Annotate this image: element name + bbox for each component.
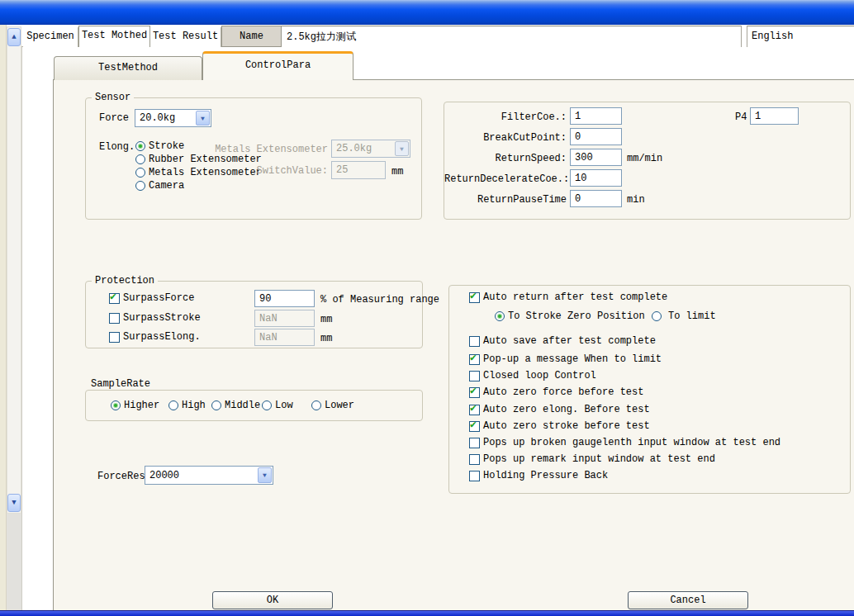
filter-coe-input[interactable] xyxy=(570,107,622,125)
tab-test-mothed-label: Test Mothed xyxy=(82,30,147,41)
radio-to-stroke-zero-control[interactable] xyxy=(495,311,505,321)
radio-stroke[interactable]: Stroke xyxy=(135,140,184,152)
auto-return-row[interactable]: ✔ Auto return after test complete xyxy=(469,291,667,303)
radio-to-stroke-zero[interactable]: To Stroke Zero Position xyxy=(495,310,645,322)
title-bar[interactable] xyxy=(0,0,854,25)
surpass-force-input[interactable] xyxy=(254,290,315,307)
radio-camera[interactable]: Camera xyxy=(135,180,184,192)
holding-pressure-checkbox[interactable] xyxy=(469,471,480,481)
radio-rubber-extensometer-label: Rubber Extensometer xyxy=(149,154,262,165)
radio-middle-control[interactable] xyxy=(211,400,221,410)
popup-remark-row[interactable]: Pops up remark input window at test end xyxy=(469,453,715,465)
popup-message-checkbox[interactable]: ✔ xyxy=(469,354,480,365)
auto-zero-elong-checkbox[interactable]: ✔ xyxy=(469,405,480,415)
radio-middle[interactable]: Middle xyxy=(211,400,260,411)
radio-camera-control[interactable] xyxy=(135,181,145,191)
radio-rubber-extensometer-control[interactable] xyxy=(135,154,145,164)
radio-camera-label: Camera xyxy=(149,180,184,192)
closed-loop-row[interactable]: Closed loop Control xyxy=(469,370,596,381)
params-panel: FilterCoe.: P4 BreakCutPoint: ReturnSpee… xyxy=(444,102,851,220)
radio-to-limit-control[interactable] xyxy=(652,311,662,321)
auto-save-label: Auto save after test complete xyxy=(483,335,656,347)
force-combobox[interactable]: 20.0kg ▼ xyxy=(135,109,211,127)
check-icon: ✔ xyxy=(470,352,477,364)
auto-zero-force-row[interactable]: ✔ Auto zero force before test xyxy=(469,386,643,398)
subtab-testmethod-label: TestMethod xyxy=(98,62,158,73)
radio-higher-control[interactable] xyxy=(111,400,121,410)
radio-metals-extensometer-control[interactable] xyxy=(135,168,145,178)
chevron-down-icon[interactable]: ▼ xyxy=(196,111,210,126)
surpass-force-row: ✔ SurpassForce xyxy=(109,292,194,304)
vertical-scrollbar[interactable]: ▲ ▼ xyxy=(7,26,21,514)
holding-pressure-row[interactable]: Holding Pressure Back xyxy=(469,470,608,481)
return-speed-input[interactable] xyxy=(570,149,622,166)
popup-remark-checkbox[interactable] xyxy=(469,454,480,465)
language-label[interactable]: English xyxy=(747,26,854,47)
auto-zero-force-checkbox[interactable]: ✔ xyxy=(469,387,480,398)
surpass-force-checkbox[interactable]: ✔ xyxy=(109,293,120,304)
tab-specimen[interactable]: Specimen xyxy=(23,27,78,47)
radio-stroke-control[interactable] xyxy=(135,141,145,151)
radio-low-control[interactable] xyxy=(262,400,272,410)
radio-middle-label: Middle xyxy=(225,400,260,411)
radio-to-limit[interactable]: To limit xyxy=(652,310,716,322)
return-pause-time-label: ReturnPauseTime xyxy=(444,194,567,206)
cancel-button[interactable]: Cancel xyxy=(628,591,748,609)
popup-message-row[interactable]: ✔ Pop-up a message When to limit xyxy=(469,353,662,365)
popup-gaugelenth-checkbox[interactable] xyxy=(469,438,480,448)
tab-test-mothed[interactable]: Test Mothed xyxy=(78,26,150,47)
auto-zero-stroke-label: Auto zero stroke before test xyxy=(483,420,650,432)
auto-return-label: Auto return after test complete xyxy=(483,291,667,303)
radio-to-limit-label: To limit xyxy=(668,310,716,322)
surpass-elong-checkbox[interactable] xyxy=(109,332,120,343)
popup-gaugelenth-label: Pops up broken gaugelenth input window a… xyxy=(483,437,780,448)
radio-higher[interactable]: Higher xyxy=(111,400,159,411)
radio-low[interactable]: Low xyxy=(262,400,293,411)
auto-return-checkbox[interactable]: ✔ xyxy=(469,292,480,303)
auto-save-checkbox[interactable] xyxy=(469,336,480,347)
tab-specimen-label: Specimen xyxy=(26,31,74,42)
radio-low-label: Low xyxy=(275,400,293,411)
surpass-elong-row: SurpassElong. xyxy=(109,331,201,343)
sensor-group-label: Sensor xyxy=(92,92,134,103)
force-reso-label: ForceReso xyxy=(97,471,151,482)
auto-zero-stroke-checkbox[interactable]: ✔ xyxy=(469,421,480,432)
left-edge xyxy=(0,25,7,610)
scroll-down-button[interactable]: ▼ xyxy=(7,494,21,512)
auto-zero-force-label: Auto zero force before test xyxy=(483,386,643,398)
return-pause-time-unit: min xyxy=(627,194,645,206)
auto-zero-elong-row[interactable]: ✔ Auto zero elong. Before test xyxy=(469,404,650,415)
radio-higher-label: Higher xyxy=(124,400,159,411)
radio-rubber-extensometer[interactable]: Rubber Extensometer xyxy=(135,154,262,165)
samplerate-label: SampleRate xyxy=(91,378,150,390)
name-label-text: Name xyxy=(240,31,263,42)
radio-lower-control[interactable] xyxy=(311,400,321,410)
chevron-down-icon[interactable]: ▼ xyxy=(258,467,272,483)
sensor-groupbox: Sensor Force 20.0kg ▼ Elong. Stroke Rubb… xyxy=(85,97,422,220)
break-cut-point-input[interactable] xyxy=(570,128,622,145)
closed-loop-checkbox[interactable] xyxy=(469,371,480,381)
top-tab-bar: Specimen Test Mothed Test Result Name En… xyxy=(21,26,854,47)
return-pause-time-input[interactable] xyxy=(570,190,622,207)
auto-save-row[interactable]: Auto save after test complete xyxy=(469,335,656,347)
p4-input[interactable] xyxy=(750,107,799,125)
radio-high-control[interactable] xyxy=(168,400,178,410)
popup-gaugelenth-row[interactable]: Pops up broken gaugelenth input window a… xyxy=(469,437,780,448)
radio-high[interactable]: High xyxy=(168,400,206,411)
name-input[interactable] xyxy=(282,26,741,47)
switchvalue-label: SwitchValue: xyxy=(215,165,328,177)
ok-button[interactable]: OK xyxy=(212,591,333,609)
auto-zero-stroke-row[interactable]: ✔ Auto zero stroke before test xyxy=(469,420,650,432)
scroll-up-button[interactable]: ▲ xyxy=(7,28,21,46)
popup-remark-label: Pops up remark input window at test end xyxy=(483,453,715,465)
tab-test-result[interactable]: Test Result xyxy=(150,27,221,47)
radio-lower[interactable]: Lower xyxy=(311,400,354,411)
surpass-stroke-checkbox[interactable] xyxy=(109,313,120,324)
subtab-controlpara[interactable]: ControlPara xyxy=(202,51,353,80)
force-reso-combobox[interactable]: 20000 ▼ xyxy=(145,466,273,485)
subtab-testmethod[interactable]: TestMethod xyxy=(54,56,202,80)
radio-dot-icon xyxy=(114,404,117,407)
return-decelerate-coe-input[interactable] xyxy=(570,169,622,187)
return-speed-unit: mm/min xyxy=(627,153,662,164)
surpass-stroke-label: SurpassStroke xyxy=(123,312,201,324)
